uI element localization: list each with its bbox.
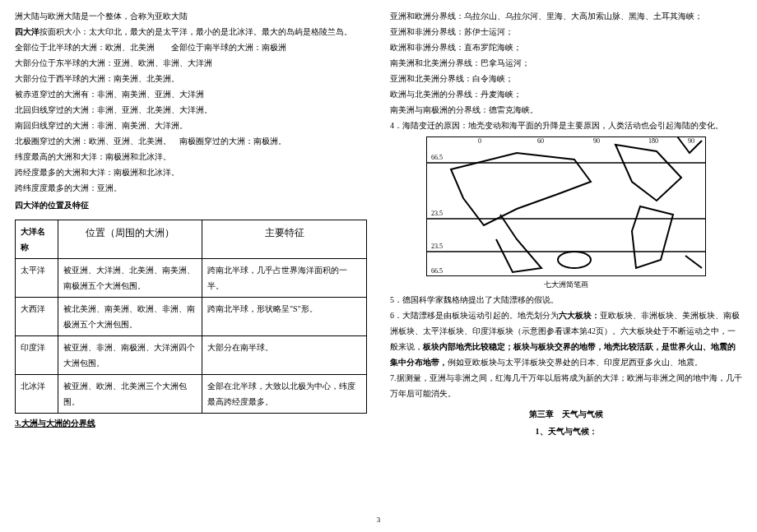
paragraph: 6．大陆漂移是由板块运动引起的。地壳划分为六大板块：亚欧板块、非洲板块、美洲板块… — [390, 308, 742, 370]
svg-text:180: 180 — [648, 137, 658, 145]
text-line: 大部分位于东半球的大洲：亚洲、欧洲、非洲、大洋洲 — [15, 55, 367, 71]
td-name: 北冰洋 — [16, 375, 58, 414]
table-row: 大西洋 被北美洲、南美洲、欧洲、非洲、南极洲五个大洲包围。 跨南北半球，形状略呈… — [16, 298, 367, 336]
td-position: 被亚洲、欧洲、北美洲三个大洲包围。 — [58, 375, 202, 414]
text-line: 亚洲和欧洲分界线：乌拉尔山、乌拉尔河、里海、大高加索山脉、黑海、土耳其海峡； — [390, 8, 742, 24]
td-position: 被北美洲、南美洲、欧洲、非洲、南极洲五个大洲包围。 — [58, 298, 202, 336]
text-line: 南美洲和北美洲分界线：巴拿马运河； — [390, 55, 742, 71]
svg-text:66.5: 66.5 — [431, 267, 443, 275]
text-line: 大部分位于西半球的大洲：南美洲、北美洲。 — [15, 71, 367, 86]
text-span: 6．大陆漂移是由板块运动引起的。地壳划分为 — [390, 311, 559, 320]
svg-text:90: 90 — [593, 137, 600, 145]
section-title: 四大洋的位置及特征 — [15, 197, 367, 213]
text-line: 被赤道穿过的大洲有：非洲、南美洲、亚洲、大洋洲 — [15, 86, 367, 102]
text-line: 亚洲和非洲分界线：苏伊士运河； — [390, 24, 742, 39]
map-svg: 66.5 23.5 23.5 66.5 0 60 90 180 90 — [426, 136, 706, 276]
text-line: 北极圈穿过的大洲：欧洲、亚洲、北美洲。 南极圈穿过的大洲：南极洲。 — [15, 133, 367, 149]
text-line: 四大洋按面积大小：太大印北，最大的是太平洋，最小的是北冰洋。最大的岛屿是格陵兰岛… — [15, 24, 367, 39]
td-feature: 跨南北半球，形状略呈"S"形。 — [202, 298, 367, 336]
svg-text:66.5: 66.5 — [431, 154, 443, 161]
chapter-title: 第三章 天气与气候 — [390, 406, 742, 422]
page-number: 3 — [377, 513, 381, 527]
text-line: 跨纬度度最多的大洲：亚洲。 — [15, 180, 367, 196]
td-position: 被亚洲、大洋洲、北美洲、南美洲、南极洲五个大洲包围。 — [58, 259, 202, 298]
text-line: 北回归线穿过的大洲：非洲、亚洲、北美洲、大洋洲。 — [15, 102, 367, 118]
text-line: 跨经度最多的大洲和大洋：南极洲和北冰洋。 — [15, 164, 367, 180]
td-feature: 跨南北半球，几乎占世界海洋面积的一半。 — [202, 259, 367, 298]
right-column: 亚洲和欧洲分界线：乌拉尔山、乌拉尔河、里海、大高加索山脉、黑海、土耳其海峡； 亚… — [390, 8, 742, 524]
td-name: 印度洋 — [16, 336, 58, 375]
sub-title: 1、天气与气候： — [390, 423, 742, 439]
text-line: 4．海陆变迁的原因：地壳变动和海平面的升降是主要原因，人类活动也会引起海陆的变化… — [390, 118, 742, 133]
map-caption: 七大洲简笔画 — [426, 278, 706, 292]
text-line: 南回归线穿过的大洲：非洲、南美洲、大洋洲。 — [15, 118, 367, 133]
bold-span: 六大板块： — [559, 311, 600, 320]
svg-text:90: 90 — [688, 137, 694, 145]
th-name: 大洋名称 — [16, 220, 58, 259]
paragraph: 7.据测量，亚洲与非洲之间，红海几千万年以后将成为新的大洋；欧洲与非洲之间的地中… — [390, 370, 742, 401]
text-line: 南美洲与南极洲的分界线：德雷克海峡。 — [390, 102, 742, 118]
bold-label: 四大洋 — [15, 27, 39, 36]
text-line: 亚洲和北美洲分界线：白令海峡； — [390, 71, 742, 86]
text-line: 纬度最高的大洲和大洋：南极洲和北冰洋。 — [15, 149, 367, 164]
th-feature: 主要特征 — [202, 220, 367, 259]
oceans-table: 大洋名称 位置（周围的大洲） 主要特征 太平洋 被亚洲、大洋洲、北美洲、南美洲、… — [15, 220, 367, 414]
table-row: 太平洋 被亚洲、大洋洲、北美洲、南美洲、南极洲五个大洲包围。 跨南北半球，几乎占… — [16, 259, 367, 298]
svg-rect-0 — [426, 136, 706, 276]
svg-text:23.5: 23.5 — [431, 210, 443, 217]
text-line: 欧洲与北美洲的分界线：丹麦海峡； — [390, 86, 742, 102]
svg-text:0: 0 — [478, 137, 481, 145]
td-feature: 全部在北半球，大致以北极为中心，纬度最高跨经度最多。 — [202, 375, 367, 414]
td-feature: 大部分在南半球。 — [202, 336, 367, 375]
text-line: 洲大陆与欧洲大陆是一个整体，合称为亚欧大陆 — [15, 8, 367, 24]
td-name: 大西洋 — [16, 298, 58, 336]
text-line: 5．德国科学家魏格纳提出了大陆漂移的假说。 — [390, 292, 742, 308]
td-position: 被亚洲、非洲、南极洲、大洋洲四个大洲包围。 — [58, 336, 202, 375]
text-line: 欧洲和非洲分界线：直布罗陀海峡； — [390, 39, 742, 55]
svg-text:60: 60 — [537, 137, 544, 145]
text-span: 按面积大小：太大印北，最大的是太平洋，最小的是北冰洋。最大的岛屿是格陵兰岛。 — [39, 27, 352, 36]
svg-text:23.5: 23.5 — [431, 243, 443, 250]
table-header-row: 大洋名称 位置（周围的大洲） 主要特征 — [16, 220, 367, 259]
table-row: 北冰洋 被亚洲、欧洲、北美洲三个大洲包围。 全部在北半球，大致以北极为中心，纬度… — [16, 375, 367, 414]
subsection-title: 3.大洲与大洲的分界线 — [15, 415, 367, 431]
left-column: 洲大陆与欧洲大陆是一个整体，合称为亚欧大陆 四大洋按面积大小：太大印北，最大的是… — [15, 8, 367, 524]
table-row: 印度洋 被亚洲、非洲、南极洲、大洋洲四个大洲包围。 大部分在南半球。 — [16, 336, 367, 375]
th-position: 位置（周围的大洲） — [58, 220, 202, 259]
text-line: 全部位于北半球的大洲：欧洲、北美洲 全部位于南半球的大洲：南极洲 — [15, 39, 367, 55]
text-span: 例如亚欧板块与太平洋板块交界处的日本、印度尼西亚多火山、地震。 — [448, 358, 703, 367]
td-name: 太平洋 — [16, 259, 58, 298]
continents-map: 66.5 23.5 23.5 66.5 0 60 90 180 90 七大洲简笔… — [426, 136, 706, 292]
